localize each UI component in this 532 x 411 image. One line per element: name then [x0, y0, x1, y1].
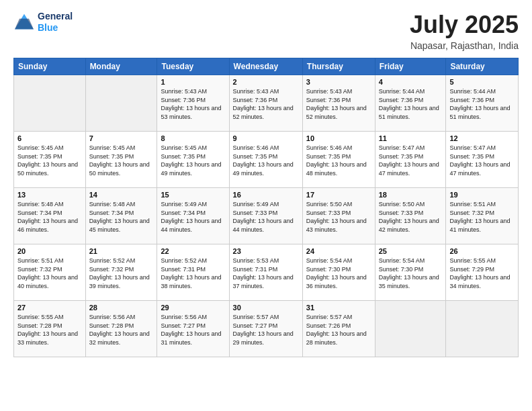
day-number: 2 — [233, 78, 299, 86]
day-number: 8 — [161, 134, 225, 142]
day-info: Sunrise: 5:56 AMSunset: 7:28 PMDaylight:… — [89, 313, 154, 347]
day-number: 24 — [306, 247, 371, 255]
day-number: 12 — [449, 134, 515, 142]
day-info: Sunrise: 5:52 AMSunset: 7:31 PMDaylight:… — [161, 257, 225, 290]
day-of-week-header: Thursday — [302, 58, 375, 75]
day-info: Sunrise: 5:57 AMSunset: 7:26 PMDaylight:… — [306, 313, 371, 347]
calendar-cell: 19Sunrise: 5:51 AMSunset: 7:32 PMDayligh… — [446, 188, 519, 244]
calendar-table: SundayMondayTuesdayWednesdayThursdayFrid… — [13, 58, 519, 357]
day-info: Sunrise: 5:48 AMSunset: 7:34 PMDaylight:… — [89, 200, 154, 234]
day-number: 27 — [17, 304, 82, 312]
calendar-cell: 6Sunrise: 5:45 AMSunset: 7:35 PMDaylight… — [14, 132, 86, 188]
day-info: Sunrise: 5:51 AMSunset: 7:32 PMDaylight:… — [17, 257, 82, 290]
calendar-cell: 28Sunrise: 5:56 AMSunset: 7:28 PMDayligh… — [85, 301, 157, 357]
day-info: Sunrise: 5:44 AMSunset: 7:36 PMDaylight:… — [449, 87, 515, 121]
day-info: Sunrise: 5:44 AMSunset: 7:36 PMDaylight:… — [379, 87, 443, 121]
day-info: Sunrise: 5:50 AMSunset: 7:33 PMDaylight:… — [379, 200, 443, 234]
day-info: Sunrise: 5:43 AMSunset: 7:36 PMDaylight:… — [233, 87, 299, 121]
logo-line1: General — [38, 11, 73, 22]
logo-line2: Blue — [38, 22, 58, 33]
calendar-cell: 21Sunrise: 5:52 AMSunset: 7:32 PMDayligh… — [85, 244, 157, 301]
calendar-cell: 1Sunrise: 5:43 AMSunset: 7:36 PMDaylight… — [157, 75, 229, 132]
day-number: 15 — [161, 191, 225, 199]
day-info: Sunrise: 5:45 AMSunset: 7:35 PMDaylight:… — [17, 144, 82, 177]
day-number: 21 — [89, 247, 154, 255]
day-info: Sunrise: 5:48 AMSunset: 7:34 PMDaylight:… — [17, 200, 82, 234]
day-number: 19 — [449, 191, 515, 199]
calendar-cell: 7Sunrise: 5:45 AMSunset: 7:35 PMDaylight… — [85, 132, 157, 188]
day-number: 4 — [379, 78, 443, 86]
svg-marker-1 — [15, 19, 34, 30]
day-number: 18 — [379, 191, 443, 199]
calendar-week-row: 13Sunrise: 5:48 AMSunset: 7:34 PMDayligh… — [14, 188, 519, 244]
calendar-cell: 17Sunrise: 5:50 AMSunset: 7:33 PMDayligh… — [302, 188, 375, 244]
calendar-cell: 8Sunrise: 5:45 AMSunset: 7:35 PMDaylight… — [157, 132, 229, 188]
day-of-week-header: Monday — [85, 58, 157, 75]
day-info: Sunrise: 5:54 AMSunset: 7:30 PMDaylight:… — [306, 257, 371, 290]
calendar-cell: 12Sunrise: 5:47 AMSunset: 7:35 PMDayligh… — [446, 132, 519, 188]
day-number: 13 — [17, 191, 82, 199]
calendar-header-row: SundayMondayTuesdayWednesdayThursdayFrid… — [14, 58, 519, 75]
day-number: 10 — [306, 134, 371, 142]
calendar-week-row: 27Sunrise: 5:55 AMSunset: 7:28 PMDayligh… — [14, 301, 519, 357]
day-number: 25 — [379, 247, 443, 255]
day-info: Sunrise: 5:47 AMSunset: 7:35 PMDaylight:… — [449, 144, 515, 177]
day-number: 30 — [233, 304, 299, 312]
logo: General Blue — [13, 11, 73, 34]
calendar-cell — [446, 301, 519, 357]
calendar-cell: 31Sunrise: 5:57 AMSunset: 7:26 PMDayligh… — [302, 301, 375, 357]
header: General Blue July 2025 Napasar, Rajastha… — [13, 11, 519, 51]
day-of-week-header: Wednesday — [229, 58, 302, 75]
page: General Blue July 2025 Napasar, Rajastha… — [0, 0, 532, 411]
day-number: 9 — [233, 134, 299, 142]
day-info: Sunrise: 5:49 AMSunset: 7:33 PMDaylight:… — [233, 200, 299, 234]
day-info: Sunrise: 5:47 AMSunset: 7:35 PMDaylight:… — [379, 144, 443, 177]
day-info: Sunrise: 5:46 AMSunset: 7:35 PMDaylight:… — [306, 144, 371, 177]
main-title: July 2025 — [410, 11, 519, 39]
calendar-cell: 22Sunrise: 5:52 AMSunset: 7:31 PMDayligh… — [157, 244, 229, 301]
day-info: Sunrise: 5:54 AMSunset: 7:30 PMDaylight:… — [379, 257, 443, 290]
day-info: Sunrise: 5:49 AMSunset: 7:34 PMDaylight:… — [161, 200, 225, 234]
calendar-cell: 23Sunrise: 5:53 AMSunset: 7:31 PMDayligh… — [229, 244, 302, 301]
calendar-cell — [85, 75, 157, 132]
day-number: 6 — [17, 134, 82, 142]
day-info: Sunrise: 5:45 AMSunset: 7:35 PMDaylight:… — [161, 144, 225, 177]
calendar-cell: 4Sunrise: 5:44 AMSunset: 7:36 PMDaylight… — [375, 75, 446, 132]
calendar-cell: 5Sunrise: 5:44 AMSunset: 7:36 PMDaylight… — [446, 75, 519, 132]
day-info: Sunrise: 5:45 AMSunset: 7:35 PMDaylight:… — [89, 144, 154, 177]
day-number: 28 — [89, 304, 154, 312]
day-info: Sunrise: 5:43 AMSunset: 7:36 PMDaylight:… — [161, 87, 225, 121]
logo-text: General Blue — [38, 11, 73, 34]
day-number: 5 — [449, 78, 515, 86]
day-number: 14 — [89, 191, 154, 199]
day-number: 1 — [161, 78, 225, 86]
calendar-cell: 9Sunrise: 5:46 AMSunset: 7:35 PMDaylight… — [229, 132, 302, 188]
day-number: 20 — [17, 247, 82, 255]
day-info: Sunrise: 5:56 AMSunset: 7:27 PMDaylight:… — [161, 313, 225, 347]
calendar-cell: 25Sunrise: 5:54 AMSunset: 7:30 PMDayligh… — [375, 244, 446, 301]
day-number: 11 — [379, 134, 443, 142]
day-number: 16 — [233, 191, 299, 199]
day-number: 17 — [306, 191, 371, 199]
day-info: Sunrise: 5:46 AMSunset: 7:35 PMDaylight:… — [233, 144, 299, 177]
calendar-cell: 14Sunrise: 5:48 AMSunset: 7:34 PMDayligh… — [85, 188, 157, 244]
day-of-week-header: Tuesday — [157, 58, 229, 75]
calendar-cell: 10Sunrise: 5:46 AMSunset: 7:35 PMDayligh… — [302, 132, 375, 188]
sub-title: Napasar, Rajasthan, India — [410, 40, 519, 51]
day-of-week-header: Saturday — [446, 58, 519, 75]
calendar-cell: 2Sunrise: 5:43 AMSunset: 7:36 PMDaylight… — [229, 75, 302, 132]
day-number: 31 — [306, 304, 371, 312]
calendar-cell: 15Sunrise: 5:49 AMSunset: 7:34 PMDayligh… — [157, 188, 229, 244]
day-number: 22 — [161, 247, 225, 255]
calendar-cell: 11Sunrise: 5:47 AMSunset: 7:35 PMDayligh… — [375, 132, 446, 188]
day-info: Sunrise: 5:57 AMSunset: 7:27 PMDaylight:… — [233, 313, 299, 347]
calendar-cell — [14, 75, 86, 132]
day-info: Sunrise: 5:43 AMSunset: 7:36 PMDaylight:… — [306, 87, 371, 121]
calendar-cell: 16Sunrise: 5:49 AMSunset: 7:33 PMDayligh… — [229, 188, 302, 244]
day-info: Sunrise: 5:51 AMSunset: 7:32 PMDaylight:… — [449, 200, 515, 234]
calendar-cell: 3Sunrise: 5:43 AMSunset: 7:36 PMDaylight… — [302, 75, 375, 132]
day-info: Sunrise: 5:55 AMSunset: 7:29 PMDaylight:… — [449, 257, 515, 290]
day-info: Sunrise: 5:52 AMSunset: 7:32 PMDaylight:… — [89, 257, 154, 290]
day-number: 7 — [89, 134, 154, 142]
calendar-cell: 26Sunrise: 5:55 AMSunset: 7:29 PMDayligh… — [446, 244, 519, 301]
